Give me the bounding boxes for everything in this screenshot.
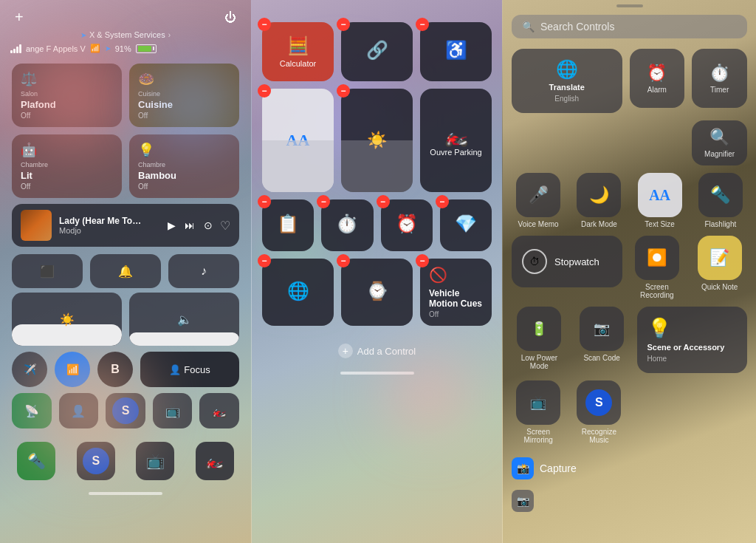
text-size-control[interactable]: AA Text Size [633, 173, 687, 228]
search-controls-bar[interactable]: 🔍 Search Controls [512, 15, 747, 38]
home-tile-status: Off [138, 182, 230, 191]
home-indicator-area [0, 486, 251, 501]
scan-code-control[interactable]: 📷 Scan Code [574, 307, 630, 373]
brightness-slider[interactable]: ☀️ [12, 293, 122, 346]
alarm-icon: ⏰ [396, 214, 418, 234]
focus-btn[interactable]: 👤 Focus [140, 352, 239, 387]
remove-badge[interactable]: − [258, 195, 271, 208]
quick-note-control[interactable]: 📝 Quick Note [692, 236, 747, 299]
accessibility-cell[interactable]: − ♿ [420, 22, 492, 81]
recognize-music-control[interactable]: S Recognize Music [572, 380, 625, 444]
capture-row[interactable]: 📸 Capture [512, 451, 747, 485]
volume-slider[interactable]: 🔈 [129, 293, 239, 346]
remove-badge[interactable]: − [258, 254, 271, 267]
brightness-cell[interactable]: − ☀️ [341, 89, 413, 192]
now-playing-widget[interactable]: Lady (Hear Me To… Modjo ▶ ⏭ ⊙ ♡ [12, 204, 239, 247]
remove-badge[interactable]: − [416, 254, 429, 267]
add-control-button[interactable]: + Add a Control [262, 333, 492, 361]
calculator-cell[interactable]: − 🧮 Calculator [262, 22, 334, 81]
text-size-cell[interactable]: − AA [262, 89, 334, 192]
flashlight-control[interactable]: 🔦 Flashlight [694, 173, 747, 228]
magnifier-control[interactable]: 🔍 Magnifier [692, 120, 747, 165]
screen-recording-label: Screen Recording [630, 283, 685, 299]
scene-accessory-control[interactable]: 💡 Scene or Accessory Home [637, 307, 748, 373]
remove-badge[interactable]: − [337, 18, 350, 31]
shazam-btn[interactable]: S [106, 393, 145, 428]
screen-recording-control[interactable]: ⏺️ Screen Recording [630, 236, 685, 299]
stopwatch-label: Stopwatch [554, 256, 599, 267]
bluetooth-btn[interactable]: B [97, 352, 133, 387]
play-icon[interactable]: ▶ [168, 219, 176, 231]
add-icon[interactable]: + [15, 9, 24, 26]
translate-control[interactable]: 🌐 Translate English [512, 49, 622, 113]
search-placeholder: Search Controls [540, 21, 614, 33]
forward-icon[interactable]: ⏭ [185, 219, 195, 231]
voice-memo-control[interactable]: 🎤 Voice Memo [512, 173, 565, 228]
wifi-network-btn[interactable]: 📡 [12, 393, 52, 428]
remove-badge[interactable]: − [337, 254, 350, 267]
camera-bottom-row[interactable]: 📷 [512, 485, 747, 516]
wifi-icon: 📶 [90, 44, 100, 53]
shapes-cell[interactable]: − 💎 [440, 199, 492, 251]
home-tile-status: Off [21, 182, 113, 191]
bluetooth-icon: B [111, 363, 120, 376]
power-icon[interactable]: ⏻ [224, 11, 236, 24]
gps-icon: ➤ [105, 44, 111, 52]
stopwatch-cell[interactable]: − ⏱️ [321, 199, 373, 251]
contacts-btn[interactable]: 👤 [59, 393, 99, 428]
screen-mirroring-control[interactable]: 📺 Screen Mirroring [512, 380, 565, 444]
screen-rotate-btn[interactable]: ⬛ [12, 254, 83, 288]
shazam-bottom-btn[interactable]: S [77, 442, 115, 480]
wifi-toggle-btn[interactable]: 📶 [55, 352, 90, 387]
remote-btn[interactable]: 📺 [153, 393, 193, 428]
remove-badge[interactable]: − [377, 195, 390, 208]
home-tile-chambre-bambou[interactable]: 💡 Chambre Bambou Off [129, 134, 239, 198]
remove-badge[interactable]: − [416, 18, 429, 31]
home-tile-salon-plafond[interactable]: ⚖️ Salon Plafond Off [12, 64, 122, 127]
alarm-control[interactable]: ⏰ Alarm [630, 49, 685, 113]
link-cell[interactable]: − 🔗 [341, 22, 413, 81]
camera-icon: 📷 [512, 490, 534, 512]
timer-label: Timer [710, 86, 729, 94]
music-note-btn[interactable]: ♪ [168, 254, 239, 288]
remote-bottom-btn[interactable]: 📺 [136, 442, 174, 480]
remove-badge[interactable]: − [258, 84, 271, 98]
track-title: Lady (Hear Me To… [59, 216, 160, 226]
home-tile-icon: 🍩 [138, 71, 230, 87]
stopwatch-control[interactable]: ⏱ Stopwatch [512, 236, 622, 299]
panel3-content: 🔍 Search Controls 🌐 Translate English ⏰ … [503, 15, 756, 516]
remove-badge[interactable]: − [436, 195, 449, 208]
ouvre-parking-cell[interactable]: 🏍️ Ouvre Parking [420, 89, 492, 192]
alarm-label: Alarm [647, 86, 667, 94]
moto-bottom-btn[interactable]: 🏍️ [196, 442, 234, 480]
low-power-control[interactable]: 🔋 Low Power Mode [512, 307, 567, 373]
home-tile-cuisine[interactable]: 🍩 Cuisine Cuisine Off [129, 64, 239, 127]
airplay-icon[interactable]: ⊙ [204, 219, 213, 231]
translate-cell[interactable]: − 🌐 [262, 259, 334, 326]
remove-badge[interactable]: − [337, 84, 350, 98]
remove-badge[interactable]: − [258, 18, 271, 31]
timer-control[interactable]: ⏱️ Timer [692, 49, 747, 113]
scene-accessory-label: Scene or Accessory [647, 343, 725, 352]
dark-mode-control[interactable]: 🌙 Dark Mode [572, 173, 625, 228]
alarm-cell[interactable]: − ⏰ [381, 199, 433, 251]
like-icon[interactable]: ♡ [220, 219, 230, 233]
magnifier-icon: 🔍 [709, 128, 729, 147]
flashlight-btn[interactable]: 🔦 [17, 442, 55, 480]
home-tile-name: Bambou [138, 170, 230, 181]
drag-handle-area [503, 0, 756, 15]
watch-cell[interactable]: − ⌚ [341, 259, 413, 326]
mute-btn[interactable]: 🔔 [90, 254, 161, 288]
moto-btn[interactable]: 🏍️ [199, 393, 239, 428]
screen-mirroring-label: Screen Mirroring [512, 428, 565, 444]
home-tile-name: Lit [21, 170, 113, 181]
search-icon: 🔍 [522, 21, 535, 33]
airplane-mode-btn[interactable]: ✈️ [12, 352, 47, 387]
capture-icon: 📸 [512, 457, 534, 479]
home-tile-chambre-lit[interactable]: 🤖 Chambre Lit Off [12, 134, 122, 198]
screen-record-cell[interactable]: − 📋 [262, 199, 314, 251]
remove-badge[interactable]: − [317, 195, 330, 208]
calculator-label: Calculator [280, 59, 317, 68]
vehicle-motion-cues-cell[interactable]: − 🚫 Vehicle Motion Cues Off [420, 259, 492, 326]
home-tile-icon: 💡 [138, 142, 230, 158]
